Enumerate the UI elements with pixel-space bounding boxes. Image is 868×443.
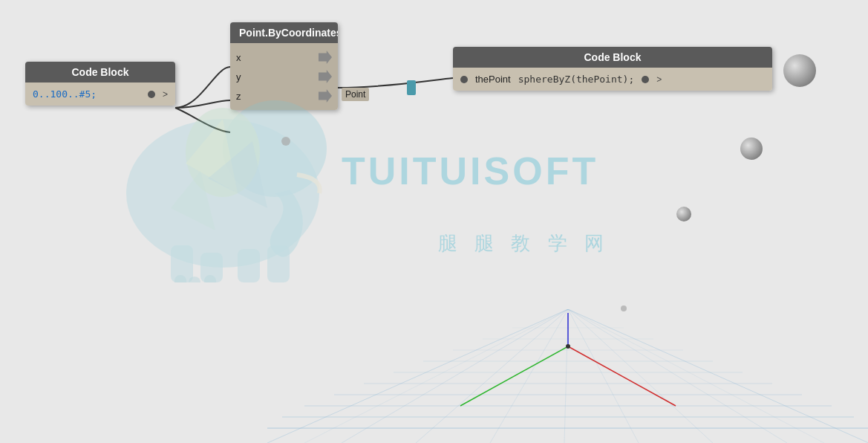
point-by-coords-row-z: z [230,86,338,106]
brand-text: TUITUISOFT [342,149,598,193]
svg-point-39 [566,344,570,349]
svg-line-37 [460,346,568,406]
svg-line-35 [568,309,824,443]
code-block-2-input-label: thePoint [475,74,511,85]
sphere-small [676,207,691,222]
svg-marker-10 [208,141,267,208]
svg-rect-0 [407,80,416,95]
svg-marker-9 [186,119,238,193]
code-block-1-node[interactable]: Code Block 0..100..#5; > [25,62,175,106]
svg-rect-5 [171,245,193,282]
svg-rect-6 [200,253,223,282]
svg-point-1 [126,119,319,268]
svg-line-25 [267,309,568,443]
svg-rect-7 [238,249,260,282]
point-by-coords-node[interactable]: Point.ByCoordinates x y z [230,22,338,110]
svg-point-12 [174,275,186,282]
svg-line-34 [304,309,568,443]
svg-line-26 [568,309,868,443]
svg-line-29 [490,309,568,443]
svg-line-31 [568,309,639,443]
point-by-coords-row-y: y [230,67,338,86]
code-block-1-output-arrow: > [163,89,168,100]
code-block-2-input-port[interactable] [460,76,468,83]
svg-point-3 [186,108,260,197]
small-dot [621,305,627,311]
code-block-2-node[interactable]: Code Block thePoint sphereByZ(thePoint);… [453,47,772,91]
point-by-coords-title: Point.ByCoordinates [230,22,338,43]
svg-line-36 [568,346,676,406]
port-z-arrow[interactable] [319,89,332,103]
brand-chinese: 腿 腿 教 学 网 [438,230,610,256]
svg-rect-8 [267,245,290,282]
svg-line-30 [564,309,568,443]
code-block-2-output-arrow: > [656,74,662,85]
sphere-large [783,54,816,87]
point-output-label: Point [342,88,369,101]
port-y-arrow[interactable] [319,70,332,83]
code-block-1-title: Code Block [25,62,175,83]
svg-point-2 [223,100,327,197]
svg-line-28 [416,309,568,443]
svg-point-13 [189,277,200,282]
code-block-1-output-port[interactable] [148,91,155,98]
point-by-coords-row-x: x [230,48,338,67]
sphere-medium [740,138,763,160]
code-block-1-code[interactable]: 0..100..#5; [33,88,140,100]
3d-grid [267,309,868,443]
svg-marker-11 [171,171,215,230]
code-block-2-title: Code Block [453,47,772,68]
svg-line-27 [342,309,568,443]
code-block-2-output-port[interactable] [642,76,649,83]
svg-line-33 [568,309,787,443]
port-z-label: z [236,91,316,102]
svg-point-14 [204,275,216,282]
port-y-label: y [236,71,316,83]
code-block-2-code[interactable]: sphereByZ(thePoint); [518,74,635,85]
port-x-arrow[interactable] [319,51,332,64]
svg-line-32 [568,309,713,443]
svg-point-4 [281,137,290,146]
port-x-label: x [236,52,316,63]
